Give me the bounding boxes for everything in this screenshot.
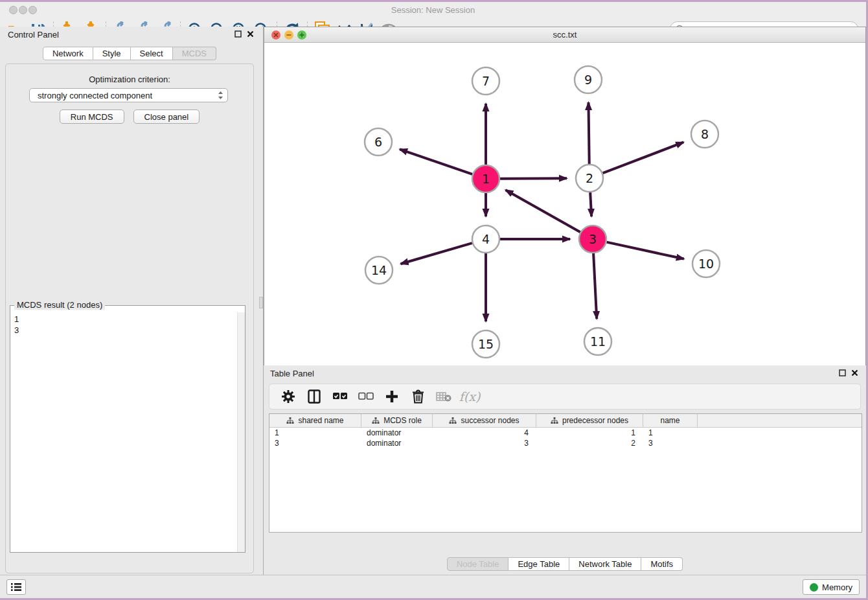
run-mcds-button[interactable]: Run MCDS bbox=[60, 110, 124, 124]
result-line: 1 bbox=[14, 314, 245, 325]
graph-node-label-10: 10 bbox=[698, 257, 714, 271]
tab-network[interactable]: Network bbox=[43, 47, 93, 60]
graph-node-label-6: 6 bbox=[374, 135, 382, 149]
network-window-titlebar[interactable]: scc.txt bbox=[264, 27, 865, 43]
table-toolbar: f(x) bbox=[269, 384, 861, 410]
splitter-handle[interactable] bbox=[259, 297, 263, 308]
graph-node-label-15: 15 bbox=[478, 337, 494, 351]
table-panel-title: Table Panel bbox=[270, 369, 314, 378]
graph-edge-3-10[interactable] bbox=[606, 242, 683, 259]
graph-edge-3-1[interactable] bbox=[505, 190, 580, 232]
close-panel-button[interactable]: Close panel bbox=[133, 110, 200, 124]
node-table: shared name MCDS role successor nodes pr… bbox=[269, 413, 862, 533]
column-header-mcds-role[interactable]: MCDS role bbox=[361, 414, 433, 427]
table-row[interactable]: 3 dominator 3 2 3 bbox=[269, 438, 862, 448]
delete-table-icon bbox=[435, 387, 452, 406]
optimization-criterion-label: Optimization criterion: bbox=[6, 75, 253, 84]
mcds-panel: Optimization criterion: strongly connect… bbox=[5, 63, 254, 573]
tab-style[interactable]: Style bbox=[93, 47, 131, 60]
table-header-row: shared name MCDS role successor nodes pr… bbox=[269, 414, 862, 428]
column-header-predecessor-nodes[interactable]: predecessor nodes bbox=[536, 414, 643, 427]
graph-node-label-3: 3 bbox=[589, 232, 597, 246]
tab-mcds[interactable]: MCDS bbox=[173, 47, 216, 60]
tab-node-table[interactable]: Node Table bbox=[447, 557, 509, 571]
memory-status-icon bbox=[810, 583, 818, 592]
mcds-result-text[interactable]: 1 3 bbox=[10, 312, 245, 552]
column-header-name[interactable]: name bbox=[643, 414, 698, 427]
float-panel-icon[interactable] bbox=[839, 369, 846, 376]
control-panel-header: Control Panel bbox=[0, 27, 259, 42]
table-panel: Table Panel bbox=[264, 365, 866, 575]
vertical-splitter[interactable] bbox=[259, 27, 264, 575]
chevron-up-down-icon bbox=[218, 91, 223, 100]
tab-edge-table[interactable]: Edge Table bbox=[508, 557, 569, 571]
delete-trash-icon[interactable] bbox=[409, 387, 426, 406]
gear-icon[interactable] bbox=[280, 387, 297, 406]
graph-node-label-4: 4 bbox=[482, 232, 490, 246]
network-graph: 1234678910111415 bbox=[264, 43, 865, 373]
graph-edge-2-3[interactable] bbox=[590, 192, 591, 216]
list-icon bbox=[10, 583, 22, 592]
column-header-shared-name[interactable]: shared name bbox=[269, 414, 361, 427]
result-scrollbar[interactable] bbox=[237, 312, 245, 552]
graph-node-label-1: 1 bbox=[482, 172, 490, 186]
graph-node-label-7: 7 bbox=[482, 74, 490, 88]
close-panel-icon[interactable] bbox=[851, 369, 858, 376]
table-tabs: Node Table Edge Table Network Table Moti… bbox=[264, 557, 866, 571]
graph-node-label-9: 9 bbox=[584, 73, 592, 87]
network-canvas[interactable]: 1234678910111415 bbox=[264, 43, 865, 372]
graph-node-label-2: 2 bbox=[586, 171, 593, 185]
column-header-successor-nodes[interactable]: successor nodes bbox=[433, 414, 536, 427]
criterion-value: strongly connected component bbox=[38, 91, 218, 100]
graph-edge-1-2[interactable] bbox=[500, 178, 567, 179]
mcds-result-title: MCDS result (2 nodes) bbox=[14, 300, 105, 310]
hierarchy-icon bbox=[449, 417, 457, 424]
memory-button[interactable]: Memory bbox=[803, 579, 860, 595]
control-panel-tabs: Network Style Select MCDS bbox=[0, 47, 259, 60]
graph-edge-2-9[interactable] bbox=[588, 102, 589, 164]
function-builder-icon: f(x) bbox=[461, 387, 478, 406]
close-panel-icon[interactable] bbox=[247, 30, 254, 38]
result-line: 3 bbox=[14, 325, 245, 336]
tab-motifs[interactable]: Motifs bbox=[641, 557, 683, 571]
network-view-title: scc.txt bbox=[264, 30, 865, 40]
tab-network-table[interactable]: Network Table bbox=[569, 557, 641, 571]
status-bar: Memory bbox=[0, 575, 866, 598]
hierarchy-icon bbox=[551, 417, 558, 424]
graph-node-label-11: 11 bbox=[590, 334, 606, 349]
graph-edge-3-11[interactable] bbox=[593, 253, 597, 319]
hierarchy-icon bbox=[372, 417, 380, 424]
network-view-window: scc.txt 1234678910111415 bbox=[264, 27, 866, 373]
graph-node-label-8: 8 bbox=[701, 127, 709, 141]
control-panel-title: Control Panel bbox=[8, 30, 59, 40]
hierarchy-icon bbox=[286, 417, 294, 424]
tab-select[interactable]: Select bbox=[131, 47, 173, 60]
window-title: Session: New Session bbox=[0, 5, 866, 15]
add-column-icon[interactable] bbox=[383, 387, 400, 406]
columns-icon[interactable] bbox=[306, 387, 323, 406]
graph-edge-4-14[interactable] bbox=[401, 243, 472, 264]
criterion-dropdown[interactable]: strongly connected component bbox=[29, 88, 228, 102]
float-panel-icon[interactable] bbox=[234, 30, 242, 38]
graph-edge-1-6[interactable] bbox=[400, 149, 472, 174]
control-panel: Control Panel Network Style Select MCDS … bbox=[0, 27, 259, 575]
task-history-button[interactable] bbox=[6, 579, 26, 595]
application-window: Session: New Session bbox=[0, 2, 866, 598]
title-bar: Session: New Session bbox=[0, 2, 866, 18]
graph-edge-2-8[interactable] bbox=[603, 142, 684, 173]
mcds-result-box: MCDS result (2 nodes) 1 3 bbox=[10, 305, 246, 553]
deselect-all-icon[interactable] bbox=[358, 387, 374, 406]
table-row[interactable]: 1 dominator 4 1 1 bbox=[269, 428, 862, 438]
graph-node-label-14: 14 bbox=[371, 263, 387, 277]
select-all-icon[interactable] bbox=[332, 387, 348, 406]
